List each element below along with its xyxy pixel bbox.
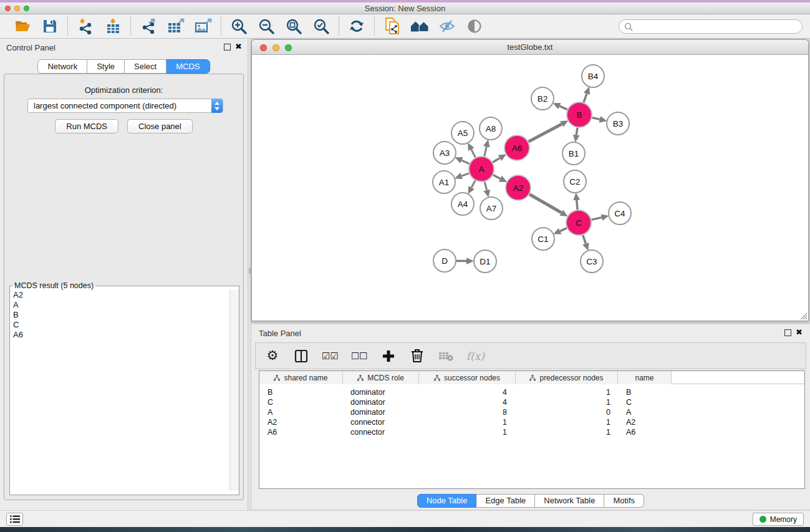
graph-node-B3[interactable]: B3 — [607, 112, 629, 135]
graph-edge-A-A3[interactable] — [461, 160, 469, 163]
graph-node-D1[interactable]: D1 — [474, 250, 496, 273]
home-icon[interactable] — [410, 17, 429, 35]
graph-edge-B-B2[interactable] — [559, 106, 567, 109]
graph-edge-C-C2[interactable] — [577, 200, 577, 210]
table-row[interactable]: Bdominator41B — [259, 387, 804, 397]
import-network-icon[interactable] — [76, 17, 95, 35]
function-builder-icon[interactable]: f(x) — [466, 347, 485, 365]
graph-node-A8[interactable]: A8 — [480, 117, 502, 140]
graph-edge-C-C1[interactable] — [560, 228, 567, 231]
table-float-panel-icon[interactable] — [784, 329, 791, 336]
float-panel-icon[interactable] — [224, 44, 231, 51]
tab-select[interactable]: Select — [125, 59, 166, 74]
save-icon[interactable] — [41, 17, 59, 35]
graph-node-C1[interactable]: C1 — [532, 228, 554, 250]
tab-node-table[interactable]: Node Table — [417, 494, 477, 508]
run-mcds-button[interactable]: Run MCDS — [55, 119, 118, 133]
graph-node-B2[interactable]: B2 — [531, 87, 554, 110]
graph-edge-A-A4[interactable] — [471, 181, 475, 188]
graph-node-A1[interactable]: A1 — [433, 171, 455, 193]
task-history-button[interactable] — [6, 513, 23, 526]
graph-edge-A-A5[interactable] — [471, 150, 476, 158]
graph-edge-B-B4[interactable] — [584, 94, 587, 102]
close-panel-icon[interactable]: ✖ — [235, 42, 242, 51]
tab-edge-table[interactable]: Edge Table — [476, 494, 535, 508]
graph-node-B[interactable]: B — [567, 102, 592, 127]
graph-node-C3[interactable]: C3 — [581, 250, 603, 273]
graph-edge-A-A6[interactable] — [493, 158, 499, 162]
close-panel-button[interactable]: Close panel — [127, 119, 193, 133]
tab-mcds[interactable]: MCDS — [166, 59, 210, 74]
deselect-all-icon[interactable]: ☐☐ — [351, 347, 368, 365]
settings-gear-icon[interactable]: ⚙ — [264, 347, 281, 365]
graph-edge-A6-B[interactable] — [529, 124, 562, 142]
graph-edge-C-C4[interactable] — [591, 218, 601, 220]
tab-style[interactable]: Style — [87, 59, 125, 74]
tab-network-table[interactable]: Network Table — [535, 494, 604, 508]
refresh-icon[interactable] — [347, 17, 366, 35]
graph-edge-B-B1[interactable] — [576, 128, 577, 135]
copy-style-icon[interactable] — [383, 17, 402, 35]
graph-node-A4[interactable]: A4 — [451, 193, 474, 215]
column-header-predecessor-nodes[interactable]: predecessor nodes — [516, 371, 618, 384]
graph-node-A6[interactable]: A6 — [504, 135, 529, 160]
mcds-result-item[interactable]: B — [10, 310, 229, 320]
graph-node-A2[interactable]: A2 — [506, 175, 531, 200]
column-header-mcds-role[interactable]: MCDS role — [343, 371, 419, 384]
graph-node-A7[interactable]: A7 — [480, 197, 503, 220]
graph-node-C2[interactable]: C2 — [564, 170, 586, 193]
hide-eye-icon[interactable] — [438, 17, 456, 35]
select-all-icon[interactable]: ☑☑ — [322, 347, 339, 365]
add-column-icon[interactable] — [380, 347, 397, 365]
graph-node-A3[interactable]: A3 — [433, 142, 456, 164]
graph-edge-B-B3[interactable] — [592, 118, 599, 120]
mcds-result-item[interactable]: C — [10, 320, 229, 330]
export-table-icon[interactable] — [166, 17, 185, 35]
column-header-shared-name[interactable]: shared name — [259, 371, 343, 384]
graph-edge-A2-C[interactable] — [529, 194, 561, 213]
delete-table-icon[interactable] — [438, 347, 454, 365]
zoom-in-icon[interactable] — [229, 17, 248, 35]
table-row[interactable]: Cdominator41C — [259, 397, 804, 407]
column-browse-icon[interactable] — [293, 347, 309, 365]
mcds-result-item[interactable]: A — [10, 300, 229, 310]
delete-column-icon[interactable] — [409, 347, 425, 365]
search-box[interactable] — [619, 19, 803, 34]
table-close-panel-icon[interactable]: ✖ — [796, 327, 803, 337]
graph-node-B1[interactable]: B1 — [562, 142, 585, 165]
table-row[interactable]: A6connector11A6 — [259, 427, 804, 437]
tab-network[interactable]: Network — [37, 59, 87, 74]
graph-node-C[interactable]: C — [566, 210, 591, 235]
mcds-result-item[interactable]: A2 — [10, 290, 229, 300]
graph-edge-A-A2[interactable] — [493, 175, 501, 179]
zoom-fit-icon[interactable] — [284, 17, 303, 35]
window-resize-grip[interactable] — [799, 312, 808, 320]
column-header-successor-nodes[interactable]: successor nodes — [419, 371, 516, 384]
import-table-icon[interactable] — [104, 17, 122, 35]
export-image-icon[interactable] — [194, 17, 213, 35]
graph-node-D[interactable]: D — [433, 249, 456, 272]
result-scrollbar[interactable] — [229, 290, 239, 491]
graph-node-A5[interactable]: A5 — [451, 122, 474, 144]
graph-node-C4[interactable]: C4 — [609, 202, 631, 225]
mcds-result-item[interactable]: A6 — [10, 330, 229, 340]
table-row[interactable]: A2connector11A2 — [259, 417, 804, 427]
show-eye-icon[interactable] — [465, 17, 484, 35]
column-header-name[interactable]: name — [618, 371, 672, 384]
graph-edge-A-A1[interactable] — [461, 173, 469, 176]
network-canvas[interactable]: AA1A2A3A4A5A6A7A8BB1B2B3B4CC1C2C3C4DD1 — [252, 55, 808, 321]
zoom-selected-icon[interactable] — [312, 17, 330, 35]
criterion-dropdown[interactable]: largest connected component (directed) — [27, 99, 223, 113]
graph-edge-C-C3[interactable] — [583, 235, 586, 244]
zoom-out-icon[interactable] — [257, 17, 276, 35]
memory-button[interactable]: Memory — [753, 513, 804, 526]
table-row[interactable]: Adominator80A — [259, 407, 804, 417]
graph-edge-A-A8[interactable] — [485, 147, 487, 156]
graph-node-B4[interactable]: B4 — [582, 65, 604, 87]
open-folder-icon[interactable] — [13, 17, 32, 35]
tab-motifs[interactable]: Motifs — [604, 494, 644, 508]
graph-edge-A-A7[interactable] — [485, 181, 486, 190]
graph-node-A[interactable]: A — [469, 157, 494, 181]
network-window-titlebar[interactable]: testGlobe.txt — [252, 40, 808, 55]
search-input[interactable] — [636, 22, 797, 32]
